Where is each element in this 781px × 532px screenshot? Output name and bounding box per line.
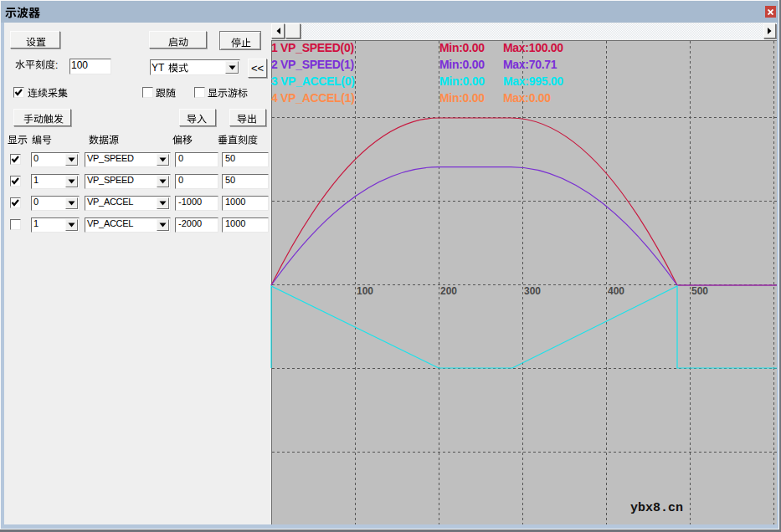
svg-text:500: 500 [691, 285, 708, 297]
svg-text:Min:0.00: Min:0.00 [439, 41, 485, 54]
svg-text:4 VP_ACCEL(1): 4 VP_ACCEL(1) [271, 91, 355, 105]
svg-text:400: 400 [608, 285, 624, 297]
svg-text:Max:995.00: Max:995.00 [503, 74, 563, 88]
svg-text:300: 300 [524, 285, 541, 297]
svg-text:Min:0.00: Min:0.00 [439, 74, 485, 88]
svg-text:3 VP_ACCEL(0): 3 VP_ACCEL(0) [271, 74, 355, 88]
svg-text:Min:0.00: Min:0.00 [439, 58, 485, 71]
svg-text:ybx8.cn: ybx8.cn [630, 501, 683, 515]
svg-text:Max:70.71: Max:70.71 [503, 58, 557, 71]
svg-text:2 VP_SPEED(1): 2 VP_SPEED(1) [271, 58, 354, 71]
svg-text:100: 100 [357, 285, 373, 297]
svg-text:Max:100.00: Max:100.00 [503, 41, 563, 54]
svg-text:Min:0.00: Min:0.00 [439, 91, 485, 105]
svg-text:Max:0.00: Max:0.00 [503, 91, 551, 105]
svg-text:200: 200 [440, 285, 457, 297]
svg-text:1 VP_SPEED(0): 1 VP_SPEED(0) [271, 41, 354, 54]
